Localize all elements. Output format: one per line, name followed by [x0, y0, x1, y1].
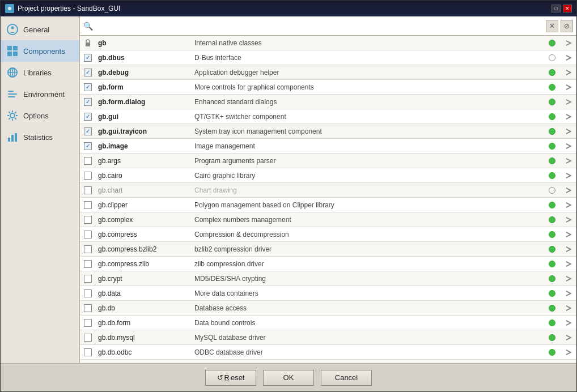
row-check-cell	[80, 304, 96, 312]
checkbox[interactable]: ✓	[84, 54, 92, 62]
titlebar-buttons: □ ✕	[551, 5, 572, 12]
row-arrow[interactable]	[561, 259, 576, 269]
svg-rect-24	[8, 138, 10, 142]
component-desc: Internal native classes	[192, 39, 544, 47]
row-arrow[interactable]	[561, 112, 576, 121]
row-arrow[interactable]	[561, 39, 576, 48]
row-arrow[interactable]	[561, 53, 576, 62]
status-cell	[544, 157, 561, 164]
checkbox[interactable]: ✓	[84, 98, 92, 106]
component-name: gb.form.dialog	[96, 98, 192, 106]
libraries-icon	[6, 66, 19, 79]
sidebar-item-options[interactable]: Options	[1, 105, 79, 126]
svg-line-21	[15, 118, 16, 119]
status-dot	[549, 202, 555, 208]
component-name: gb.db.form	[96, 319, 192, 327]
table-row: gb.db.mysqlMySQL database driver	[80, 330, 576, 345]
component-name: gb.crypt	[96, 275, 192, 283]
svg-rect-27	[86, 42, 90, 46]
component-name: gb.image	[96, 142, 192, 150]
checkbox[interactable]: ✓	[84, 69, 92, 76]
status-cell	[544, 305, 561, 312]
row-check-cell: ✓	[80, 113, 96, 121]
status-cell	[544, 319, 561, 326]
sidebar-item-environment[interactable]: Environment	[1, 83, 79, 105]
component-desc: MySQL database driver	[192, 334, 544, 342]
checkbox[interactable]	[84, 348, 92, 356]
checkbox[interactable]	[84, 201, 92, 209]
content-area: 🔍 ✕ ⊘ gbInternal native classes ✓gb.dbus…	[80, 16, 576, 363]
search-clear-button[interactable]: ✕	[546, 20, 558, 32]
status-cell	[544, 216, 561, 223]
checkbox[interactable]: ✓	[84, 142, 92, 150]
checkbox[interactable]: ✓	[84, 127, 92, 135]
checkbox[interactable]	[84, 304, 92, 312]
sidebar-label-environment: Environment	[23, 90, 65, 99]
row-arrow[interactable]	[561, 304, 576, 313]
status-cell	[544, 275, 561, 282]
row-arrow[interactable]	[561, 68, 576, 77]
status-cell	[544, 172, 561, 179]
row-check-cell	[80, 348, 96, 356]
checkbox[interactable]	[84, 231, 92, 238]
row-arrow[interactable]	[561, 215, 576, 224]
sidebar-label-libraries: Libraries	[23, 69, 52, 77]
row-arrow[interactable]	[561, 348, 576, 357]
sidebar-item-general[interactable]: General	[1, 19, 79, 40]
checkbox[interactable]	[84, 186, 92, 194]
status-dot	[549, 69, 555, 76]
search-reset-button[interactable]: ⊘	[561, 20, 573, 32]
checkbox[interactable]	[84, 216, 92, 224]
app-icon	[5, 4, 14, 13]
sidebar-item-libraries[interactable]: Libraries	[1, 62, 79, 83]
sidebar-item-statistics[interactable]: Statistics	[1, 126, 79, 148]
component-desc: zlib compression driver	[192, 260, 544, 268]
checkbox[interactable]	[84, 157, 92, 165]
row-check-cell	[80, 289, 96, 297]
cancel-button[interactable]: Cancel	[321, 370, 372, 386]
status-dot	[549, 113, 555, 120]
component-name: gb	[96, 39, 192, 47]
sidebar-item-components[interactable]: Components	[1, 40, 79, 62]
row-arrow[interactable]	[561, 333, 576, 342]
checkbox[interactable]	[84, 334, 92, 342]
row-arrow[interactable]	[561, 245, 576, 254]
sidebar-label-general: General	[23, 25, 49, 34]
checkbox[interactable]	[84, 275, 92, 283]
checkbox[interactable]	[84, 260, 92, 268]
row-arrow[interactable]	[561, 289, 576, 298]
row-arrow[interactable]	[561, 274, 576, 283]
row-arrow[interactable]	[561, 156, 576, 165]
ok-button[interactable]: OK	[263, 370, 314, 386]
row-arrow[interactable]	[561, 171, 576, 180]
row-arrow[interactable]	[561, 142, 576, 151]
close-button[interactable]: ✕	[563, 5, 572, 12]
search-input[interactable]	[95, 22, 544, 30]
row-arrow[interactable]	[561, 127, 576, 136]
component-list[interactable]: gbInternal native classes ✓gb.dbusD-Bus …	[80, 36, 576, 363]
checkbox[interactable]	[84, 319, 92, 327]
table-row: ✓gb.guiQT/GTK+ switcher component	[80, 109, 576, 124]
row-arrow[interactable]	[561, 201, 576, 210]
reset-button[interactable]: ↺ Reset	[205, 370, 256, 386]
footer: ↺ Reset OK Cancel	[1, 363, 576, 391]
checkbox[interactable]	[84, 289, 92, 297]
checkbox[interactable]: ✓	[84, 83, 92, 91]
checkbox[interactable]	[84, 245, 92, 253]
status-dot	[549, 172, 555, 179]
maximize-button[interactable]: □	[551, 5, 561, 12]
row-arrow[interactable]	[561, 318, 576, 327]
table-row: gb.compressCompression & decompression	[80, 227, 576, 242]
status-cell	[544, 99, 561, 105]
checkbox[interactable]	[84, 172, 92, 180]
svg-line-20	[9, 112, 10, 113]
table-row: ✓gb.dbusD-Bus interface	[80, 50, 576, 65]
checkbox[interactable]: ✓	[84, 113, 92, 121]
status-dot	[549, 40, 555, 46]
row-check-cell: ✓	[80, 142, 96, 150]
row-arrow[interactable]	[561, 230, 576, 239]
row-arrow[interactable]	[561, 97, 576, 106]
row-arrow[interactable]	[561, 83, 576, 92]
general-icon	[6, 23, 19, 36]
row-arrow[interactable]	[561, 186, 576, 195]
